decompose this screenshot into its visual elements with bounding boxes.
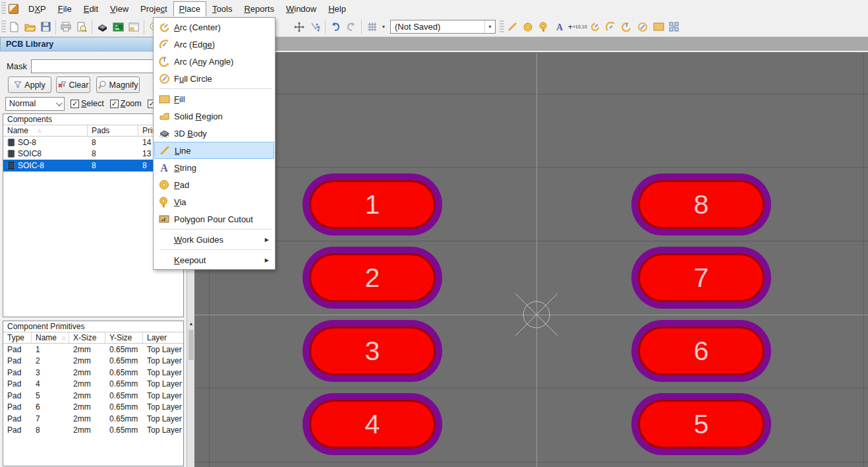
redo-icon[interactable] <box>343 19 359 35</box>
place-arc-center-icon[interactable] <box>587 19 603 35</box>
menu-item-via[interactable]: Via <box>154 193 274 210</box>
pad-icon <box>154 179 174 190</box>
checkmark-icon: ✓ <box>71 100 79 108</box>
pad-1[interactable]: 1 <box>303 173 442 235</box>
pad-number: 1 <box>365 189 380 220</box>
menu-item-polygon-pour-cutout[interactable]: Polygon Pour Cutout <box>154 210 274 228</box>
print-preview-icon[interactable] <box>74 19 90 35</box>
place-arc-any-angle-icon[interactable] <box>619 19 635 35</box>
menu-item-fill[interactable]: Fill <box>154 90 274 108</box>
primitive-row[interactable]: Pad72mm0.65mmTop Layer <box>3 413 183 425</box>
combo-dropdown-button[interactable]: ▼ <box>484 20 495 33</box>
menu-window[interactable]: Window <box>280 1 322 16</box>
grid-dropdown-arrow-icon[interactable]: ▼ <box>380 19 388 35</box>
menu-project[interactable]: Project <box>134 1 173 16</box>
menu-edit[interactable]: Edit <box>78 1 104 16</box>
mode-dropdown[interactable]: Normal <box>5 97 65 111</box>
pad-number: 5 <box>694 409 709 440</box>
primitive-row[interactable]: Pad12mm0.65mmTop Layer <box>3 344 183 356</box>
place-fill-icon[interactable] <box>651 19 666 35</box>
menu-dxp[interactable]: DXP <box>22 1 52 16</box>
menu-help[interactable]: Help <box>322 1 352 16</box>
zoom-checkbox[interactable]: ✓ Zoom <box>110 99 142 108</box>
scrollbar-thumb[interactable] <box>188 330 194 360</box>
column-header-layer[interactable]: Layer <box>143 332 183 343</box>
move-icon[interactable] <box>291 19 307 35</box>
menu-item-solid-region[interactable]: Solid Region <box>154 108 274 125</box>
menu-item-arc-any-angle[interactable]: Arc (Any Angle) <box>154 53 274 70</box>
place-coordinate-icon[interactable]: ++10,10 <box>567 19 587 35</box>
svg-text:A: A <box>160 162 168 173</box>
menu-item-keepout[interactable]: Keepout ▶ <box>154 251 274 268</box>
pad-8[interactable]: 8 <box>631 173 771 235</box>
menu-item-full-circle[interactable]: Full Circle <box>154 70 274 87</box>
save-icon[interactable] <box>38 19 53 35</box>
grid-settings-icon[interactable] <box>364 19 380 35</box>
pad-number: 4 <box>365 409 380 440</box>
footprint-3d-icon[interactable] <box>94 19 110 35</box>
pad-4[interactable]: 4 <box>303 393 442 455</box>
pad-3[interactable]: 3 <box>303 320 442 382</box>
menu-tools[interactable]: Tools <box>206 1 238 16</box>
primitive-row[interactable]: Pad52mm0.65mmTop Layer <box>3 390 183 402</box>
pcb-canvas[interactable]: 1 2 3 4 8 7 6 5 <box>194 37 868 467</box>
menu-item-string[interactable]: A String <box>154 159 274 176</box>
column-header-name[interactable]: Name△ <box>3 125 88 136</box>
pad-5[interactable]: 5 <box>631 393 771 455</box>
column-header-xsize[interactable]: X-Size <box>69 332 105 343</box>
scroll-up-icon[interactable]: ▲ <box>188 321 194 326</box>
open-folder-icon[interactable] <box>22 19 38 35</box>
menu-item-line[interactable]: Line <box>154 142 274 159</box>
menu-item-work-guides[interactable]: Work Guides ▶ <box>154 231 274 248</box>
arc-center-icon <box>154 22 174 33</box>
pad-7[interactable]: 7 <box>631 247 771 309</box>
print-icon[interactable] <box>58 19 74 35</box>
column-header-ysize[interactable]: Y-Size <box>105 332 143 343</box>
select-checkbox[interactable]: ✓ Select <box>71 99 104 108</box>
pcb-board-icon[interactable] <box>110 19 126 35</box>
grid-preset-combobox[interactable]: (Not Saved) ▼ <box>390 20 496 34</box>
menu-file[interactable]: File <box>52 1 78 16</box>
pad-2[interactable]: 2 <box>303 247 442 309</box>
pad-6[interactable]: 6 <box>631 320 771 382</box>
primitive-row[interactable]: Pad32mm0.65mmTop Layer <box>3 367 183 379</box>
place-arc-edge-icon[interactable] <box>603 19 619 35</box>
magnifier-icon <box>98 80 107 89</box>
place-pad-icon[interactable] <box>520 19 536 35</box>
select-special-icon[interactable] <box>307 19 323 35</box>
toolbar-grip[interactable] <box>1 2 6 15</box>
menu-item-pad[interactable]: Pad <box>154 176 274 193</box>
menu-view[interactable]: View <box>104 1 134 16</box>
menu-item-arc-center[interactable]: Arc (Center) <box>154 18 274 36</box>
grid-line <box>194 167 868 168</box>
column-header-name[interactable]: Name△ <box>32 332 69 343</box>
apply-button[interactable]: Apply <box>8 77 51 93</box>
toolbar: ▼ (Not Saved) ▼ A ++10,10 <box>0 17 868 37</box>
new-document-icon[interactable] <box>6 19 22 35</box>
primitive-row[interactable]: Pad82mm0.65mmTop Layer <box>3 425 183 437</box>
panels-icon[interactable] <box>126 19 142 35</box>
menu-place[interactable]: Place <box>173 1 207 16</box>
polygon-pour-cutout-icon <box>154 215 174 223</box>
place-full-circle-icon[interactable] <box>635 19 651 35</box>
magnify-button[interactable]: Magnify <box>96 77 140 93</box>
place-string-icon[interactable]: A <box>552 19 567 35</box>
place-via-icon[interactable] <box>536 19 552 35</box>
column-header-type[interactable]: Type <box>3 332 32 343</box>
mask-label: Mask <box>7 61 27 71</box>
clear-button[interactable]: Clear <box>56 77 90 93</box>
menu-reports[interactable]: Reports <box>238 1 280 16</box>
full-circle-icon <box>154 73 174 84</box>
toolbar-grip-2[interactable] <box>1 20 6 34</box>
undo-icon[interactable] <box>328 19 343 35</box>
place-menu: Arc (Center) Arc (Edge) Arc (Any Angle) … <box>153 17 275 270</box>
toolbar-grip-3[interactable] <box>500 20 504 34</box>
primitive-row[interactable]: Pad42mm0.65mmTop Layer <box>3 379 183 390</box>
menu-item-arc-edge[interactable]: Arc (Edge) <box>154 36 274 53</box>
primitive-row[interactable]: Pad22mm0.65mmTop Layer <box>3 356 183 367</box>
menu-item-3d-body[interactable]: 3D Body <box>154 125 274 142</box>
column-header-pads[interactable]: Pads <box>88 125 138 136</box>
paste-array-icon[interactable] <box>666 19 682 35</box>
primitive-row[interactable]: Pad62mm0.65mmTop Layer <box>3 402 183 414</box>
place-line-icon[interactable] <box>504 19 520 35</box>
